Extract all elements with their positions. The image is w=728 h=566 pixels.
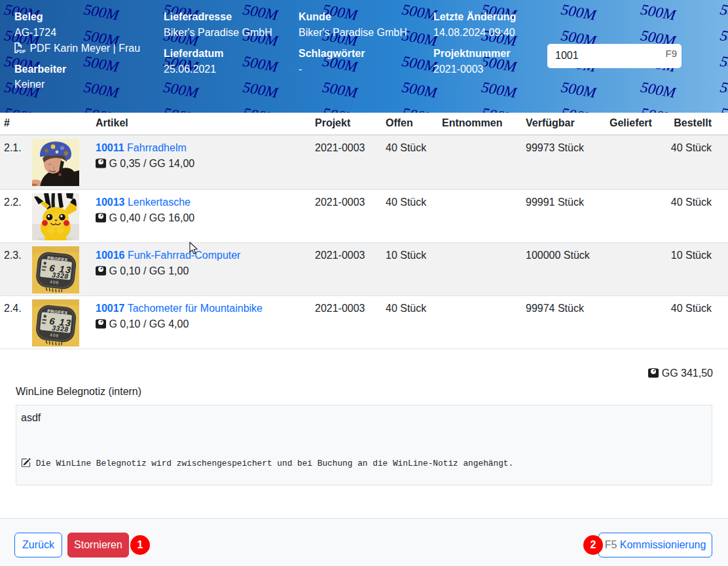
svg-text:500M: 500M bbox=[162, 79, 201, 101]
svg-text:500M: 500M bbox=[321, 105, 360, 113]
svg-text:500M: 500M bbox=[560, 105, 598, 113]
svg-text:500M: 500M bbox=[719, 27, 728, 49]
svg-text:500M: 500M bbox=[719, 1, 728, 24]
svg-text:500M: 500M bbox=[719, 53, 728, 75]
svg-text:500M: 500M bbox=[560, 79, 598, 101]
svg-text:500M: 500M bbox=[3, 105, 42, 113]
svg-text:500M: 500M bbox=[82, 79, 121, 101]
svg-text:500M: 500M bbox=[640, 79, 678, 101]
svg-text:500M: 500M bbox=[640, 105, 678, 113]
svg-text:500M: 500M bbox=[162, 105, 201, 113]
svg-text:408: 408 bbox=[50, 279, 60, 284]
svg-text:500M: 500M bbox=[82, 1, 121, 24]
svg-text:500M: 500M bbox=[401, 79, 439, 101]
svg-text:500M: 500M bbox=[242, 79, 280, 101]
svg-text:500M: 500M bbox=[242, 1, 280, 24]
svg-text:500M: 500M bbox=[481, 105, 519, 113]
svg-text:500M: 500M bbox=[481, 79, 519, 101]
svg-text:500M: 500M bbox=[560, 1, 598, 24]
svg-text:408: 408 bbox=[50, 332, 60, 337]
svg-text:500M: 500M bbox=[82, 53, 121, 75]
svg-text:500M: 500M bbox=[640, 1, 678, 24]
svg-text:500M: 500M bbox=[719, 105, 728, 113]
svg-text:PDF: PDF bbox=[16, 49, 26, 54]
svg-text:500M: 500M bbox=[242, 105, 280, 113]
svg-text:500M: 500M bbox=[719, 79, 728, 101]
svg-text:500M: 500M bbox=[401, 105, 439, 113]
svg-text:500M: 500M bbox=[242, 53, 280, 75]
svg-text:500M: 500M bbox=[82, 105, 121, 113]
svg-text:500M: 500M bbox=[321, 79, 360, 101]
